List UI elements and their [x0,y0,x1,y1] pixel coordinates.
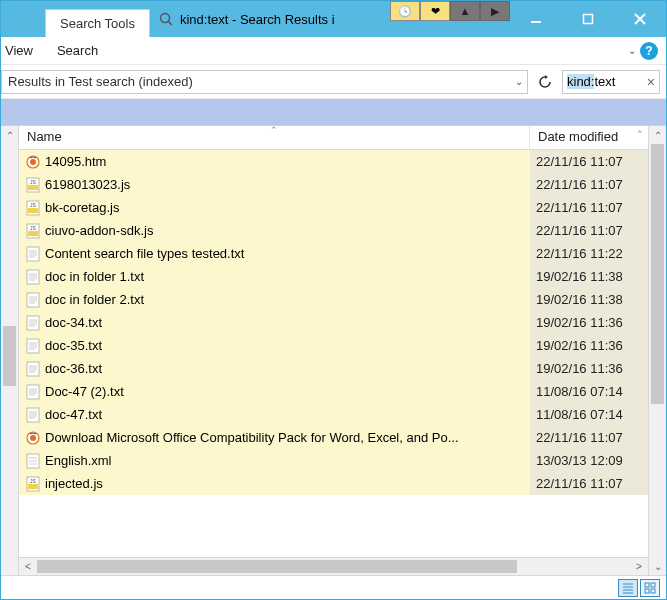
file-date: 19/02/16 11:36 [530,334,648,357]
hscroll-left-icon[interactable]: < [19,558,37,575]
file-name: ciuvo-addon-sdk.js [45,223,153,238]
vertical-scrollbar[interactable]: ⌃ ⌄ [648,126,666,575]
svg-point-0 [160,14,169,23]
svg-point-7 [30,159,36,165]
file-name: Content search file types tested.txt [45,246,244,261]
svg-rect-73 [651,589,655,593]
file-row[interactable]: Content search file types tested.txt22/1… [19,242,648,265]
hscroll-right-icon[interactable]: > [630,558,648,575]
file-row[interactable]: JSinjected.js22/11/16 11:07 [19,472,648,495]
refresh-button[interactable] [534,71,556,93]
file-row[interactable]: doc-35.txt19/02/16 11:36 [19,334,648,357]
file-row[interactable]: doc-36.txt19/02/16 11:36 [19,357,648,380]
column-name-label: Name [27,129,62,144]
file-name: injected.js [45,476,103,491]
file-date: 13/03/13 12:09 [530,449,648,472]
file-date: 19/02/16 11:38 [530,265,648,288]
file-date: 22/11/16 11:07 [530,173,648,196]
hscroll-thumb[interactable] [37,560,517,573]
svg-rect-70 [645,583,649,587]
address-bar[interactable]: Results in Test search (indexed) ⌄ [1,70,528,94]
svg-text:JS: JS [30,179,37,185]
minimize-button[interactable] [510,1,562,37]
file-row[interactable]: JS6198013023.js22/11/16 11:07 [19,173,648,196]
svg-text:JS: JS [30,202,37,208]
file-row[interactable]: Doc-47 (2).txt11/08/16 07:14 [19,380,648,403]
file-name: doc in folder 1.txt [45,269,144,284]
close-button[interactable] [614,1,666,37]
column-menu-icon: ⌃ [636,129,644,139]
file-row[interactable]: 14095.htm22/11/16 11:07 [19,150,648,173]
file-icon [25,292,41,308]
svg-rect-3 [584,15,593,24]
file-name: doc-47.txt [45,407,102,422]
clear-search-icon[interactable]: × [647,74,655,90]
quick-access-toolbar: 🕓 ❤ ▲ ▶ [390,1,510,37]
file-row[interactable]: doc-34.txt19/02/16 11:36 [19,311,648,334]
scroll-thumb[interactable] [3,326,16,386]
qat-icon-2[interactable]: ❤ [420,1,450,21]
file-name: bk-coretag.js [45,200,119,215]
file-row[interactable]: English.xml13/03/13 12:09 [19,449,648,472]
vscroll-down-icon[interactable]: ⌄ [649,557,666,575]
search-query: text [594,74,615,89]
address-dropdown-icon[interactable]: ⌄ [515,76,523,87]
selection-band [1,99,666,125]
file-icon [25,269,41,285]
ribbon-toggle-icon[interactable]: ⌄ [628,45,636,56]
ribbon-tab-search-tools[interactable]: Search Tools [45,9,150,37]
file-icon [25,154,41,170]
file-icon [25,453,41,469]
menu-search[interactable]: Search [45,37,110,64]
file-icon [25,315,41,331]
address-text: Results in Test search (indexed) [8,74,193,89]
titlebar: Search Tools kind:text - Search Results … [1,1,666,37]
vscroll-up-icon[interactable]: ⌃ [649,126,666,144]
search-kind-chip: kind: [567,74,594,89]
svg-rect-64 [28,484,38,489]
svg-rect-37 [27,339,39,353]
svg-rect-17 [27,247,39,261]
svg-rect-47 [27,385,39,399]
file-icon [25,361,41,377]
sort-asc-icon: ⌃ [270,126,278,135]
svg-rect-9 [28,185,38,190]
column-name[interactable]: ⌃ Name [19,126,530,149]
file-date: 19/02/16 11:36 [530,311,648,334]
file-date: 11/08/16 07:14 [530,403,648,426]
svg-rect-52 [27,408,39,422]
file-name: doc-35.txt [45,338,102,353]
vscroll-thumb[interactable] [651,144,664,404]
file-row[interactable]: JSbk-coretag.js22/11/16 11:07 [19,196,648,219]
svg-rect-32 [27,316,39,330]
file-name: 6198013023.js [45,177,130,192]
qat-icon-1[interactable]: 🕓 [390,1,420,21]
column-date[interactable]: Date modified ⌃ [530,126,648,149]
menu-view[interactable]: View [1,37,45,64]
view-details-button[interactable] [618,579,638,597]
file-row[interactable]: doc-47.txt11/08/16 07:14 [19,403,648,426]
file-icon: JS [25,476,41,492]
svg-text:JS: JS [30,478,37,484]
file-name: doc-34.txt [45,315,102,330]
view-thumbnails-button[interactable] [640,579,660,597]
file-date: 11/08/16 07:14 [530,380,648,403]
menubar: View Search ⌄ ? [1,37,666,65]
scroll-up-icon[interactable]: ⌃ [1,126,18,144]
qat-icon-3[interactable]: ▲ [450,1,480,21]
svg-rect-71 [651,583,655,587]
file-row[interactable]: doc in folder 2.txt19/02/16 11:38 [19,288,648,311]
file-row[interactable]: doc in folder 1.txt19/02/16 11:38 [19,265,648,288]
help-icon[interactable]: ? [640,42,658,60]
file-row[interactable]: JSciuvo-addon-sdk.js22/11/16 11:07 [19,219,648,242]
maximize-button[interactable] [562,1,614,37]
file-icon [25,430,41,446]
status-bar [1,575,666,599]
horizontal-scrollbar[interactable]: < > [19,557,648,575]
search-icon [158,11,174,27]
search-field[interactable]: kind:text × [562,70,660,94]
nav-pane-scroll[interactable]: ⌃ [1,126,19,575]
address-bar-row: Results in Test search (indexed) ⌄ kind:… [1,65,666,99]
file-row[interactable]: Download Microsoft Office Compatibility … [19,426,648,449]
qat-icon-4[interactable]: ▶ [480,1,510,21]
